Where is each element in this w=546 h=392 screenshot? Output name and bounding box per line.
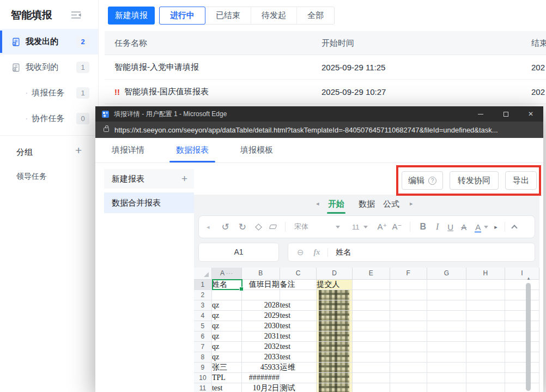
cell-a[interactable]: TPL <box>211 372 241 383</box>
toolbar-scroll-right-icon[interactable]: ▸ <box>494 224 498 231</box>
cell-b[interactable] <box>242 290 280 300</box>
font-size-dropdown-icon[interactable] <box>363 226 368 231</box>
cell-c[interactable] <box>280 372 317 383</box>
cell-d[interactable] <box>317 310 352 321</box>
bold-icon[interactable]: B <box>420 222 426 232</box>
sidebar-item[interactable]: · 协作任务 0 <box>0 106 98 131</box>
status-filter-tab[interactable]: 全部 <box>296 7 334 24</box>
redo-icon[interactable]: ↻ <box>239 221 246 233</box>
formula-bar[interactable]: ⊖ fx 姓名 <box>288 243 535 262</box>
font-size-select[interactable]: 11 <box>352 223 360 231</box>
cell-a[interactable] <box>211 290 241 300</box>
task-row[interactable]: !! 智能填报-入党申请填报 2025-09-29 11:25 202 <box>105 55 546 80</box>
cell-b[interactable]: ######## <box>242 372 280 383</box>
cell-c[interactable]: 运维 <box>280 362 317 372</box>
cell-b[interactable]: 2031 <box>242 331 280 341</box>
sidebar-item[interactable]: · 填报任务 1 <box>0 80 98 106</box>
sidebar-collapse-icon[interactable] <box>71 11 81 21</box>
increase-font-icon[interactable]: A⁺ <box>378 222 387 232</box>
decrease-font-icon[interactable]: A⁻ <box>392 222 402 232</box>
cell-c[interactable]: 测试 <box>280 383 317 392</box>
row-header[interactable]: 4 <box>194 310 211 321</box>
status-filter-tab[interactable]: 进行中 <box>159 7 205 25</box>
strikethrough-icon[interactable]: A <box>461 222 466 232</box>
cell-d[interactable] <box>317 383 352 392</box>
forward-collab-button[interactable]: 转发协同 <box>450 171 499 190</box>
select-all-corner[interactable] <box>194 268 211 279</box>
column-header[interactable]: A··· <box>211 268 241 279</box>
row-header[interactable]: 2 <box>194 290 211 300</box>
font-name-select[interactable]: 宋体 <box>294 222 308 232</box>
column-header[interactable]: B··· <box>242 268 280 279</box>
row-header[interactable]: 7 <box>194 341 211 352</box>
cell-d[interactable] <box>317 362 352 372</box>
ribbon-tab-data[interactable]: 数据 <box>359 199 375 209</box>
minimize-button[interactable] <box>468 106 493 122</box>
cell-a[interactable]: 姓名 <box>211 279 241 290</box>
cell-name-box[interactable]: A1 <box>198 243 279 262</box>
address-bar[interactable]: https://xt.seeyon.com/seeyon/app/dataTab… <box>95 122 543 138</box>
detail-tab[interactable]: 填报详情 <box>112 138 144 162</box>
cell-d[interactable] <box>317 372 352 383</box>
row-header[interactable]: 9 <box>194 362 211 372</box>
cell-b[interactable]: 2032 <box>242 341 280 352</box>
detail-tab[interactable]: 填报模板 <box>240 138 273 162</box>
cell-a[interactable]: qz <box>211 310 241 321</box>
row-header[interactable]: 8 <box>194 352 211 362</box>
detail-tab[interactable]: 数据报表 <box>176 138 209 162</box>
edit-button[interactable]: 编辑 ? <box>402 171 443 190</box>
cell-a[interactable]: qz <box>211 341 241 352</box>
maximize-button[interactable] <box>493 106 518 122</box>
status-filter-tab[interactable]: 待发起 <box>251 7 296 24</box>
sheet-grid[interactable]: A··· B··· C··· D··· E··· <box>194 268 539 392</box>
cell-c[interactable]: test <box>280 331 317 341</box>
cell-b[interactable]: 45933 <box>242 362 280 372</box>
cell-b[interactable]: 2030 <box>242 321 280 331</box>
ribbon-tab-formula[interactable]: 公式 <box>383 199 399 209</box>
cell-c[interactable] <box>280 290 317 300</box>
cell-a[interactable]: qz <box>211 321 241 331</box>
cell-c[interactable]: test <box>280 341 317 352</box>
column-header[interactable]: F··· <box>390 268 427 279</box>
font-color-dropdown-icon[interactable] <box>484 226 488 231</box>
export-button[interactable]: 导出 <box>505 171 537 190</box>
format-painter-icon[interactable] <box>255 224 262 231</box>
ribbon-tab-home[interactable]: 开始 <box>328 199 344 209</box>
cell-c[interactable]: test <box>280 300 317 310</box>
new-report-button[interactable]: 新建填报 <box>108 7 155 25</box>
ribbon-scroll-left-icon[interactable]: ◂ <box>316 200 319 207</box>
column-header[interactable]: I··· <box>505 268 539 279</box>
cell-d[interactable] <box>317 331 352 341</box>
scrollbar-thumb[interactable] <box>526 283 531 391</box>
cell-b[interactable]: 2033 <box>242 352 280 362</box>
cell-d[interactable] <box>317 321 352 331</box>
row-header[interactable]: 10 <box>194 372 211 383</box>
add-group-icon[interactable]: + <box>75 144 82 157</box>
undo-icon[interactable]: ↺ <box>222 221 229 233</box>
cell-c[interactable]: 备注 <box>280 279 317 290</box>
column-header[interactable]: D··· <box>317 268 352 279</box>
group-item[interactable]: 领导任务 <box>16 168 47 184</box>
zoom-search-icon[interactable]: ⊖ <box>297 248 304 257</box>
row-header[interactable]: 1 <box>194 279 211 290</box>
window-title-bar[interactable]: 填报详情 - 用户配置 1 - Microsoft Edge ✕ <box>95 106 543 122</box>
row-header[interactable]: 3 <box>194 300 211 310</box>
cell-b[interactable]: 值班日期 <box>242 279 280 290</box>
toolbar-scroll-left-icon[interactable]: ◂ <box>207 224 210 231</box>
column-header[interactable]: H··· <box>466 268 505 279</box>
font-name-dropdown-icon[interactable] <box>336 226 340 231</box>
italic-icon[interactable]: I <box>436 222 439 232</box>
cell-b[interactable]: 2029 <box>242 310 280 321</box>
sidebar-item[interactable]: · 我发出的 2 <box>0 29 98 55</box>
cell-a[interactable]: qz <box>211 300 241 310</box>
vertical-scrollbar[interactable]: ▴ <box>526 281 531 391</box>
column-header[interactable]: C··· <box>280 268 317 279</box>
cell-a[interactable]: qz <box>211 331 241 341</box>
column-header[interactable]: G··· <box>427 268 466 279</box>
row-header[interactable]: 11 <box>194 383 211 392</box>
cell-c[interactable]: test <box>280 310 317 321</box>
sidebar-item[interactable]: · 我收到的 1 <box>0 55 98 80</box>
scroll-up-icon[interactable]: ▴ <box>526 275 531 281</box>
report-list-item[interactable]: 数据合并报表 <box>104 192 194 213</box>
column-menu-icon[interactable]: ··· <box>226 270 233 276</box>
